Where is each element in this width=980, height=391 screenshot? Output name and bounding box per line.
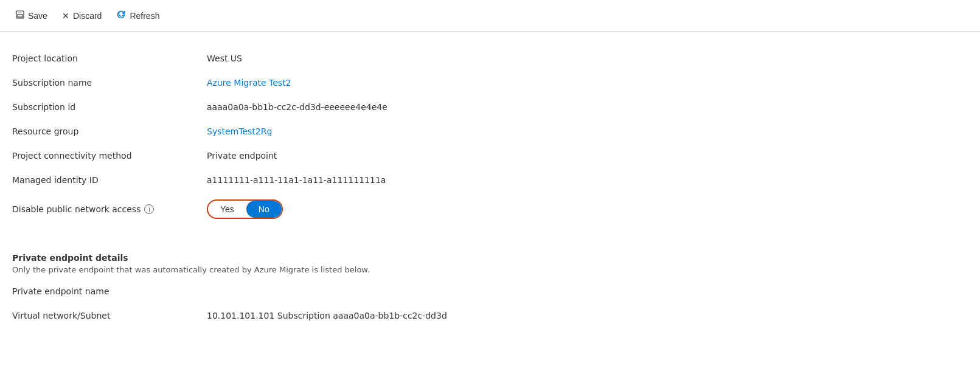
project-connectivity-label: Project connectivity method xyxy=(12,144,207,168)
managed-identity-label: Managed identity ID xyxy=(12,168,207,192)
toggle-group: Yes No xyxy=(207,199,283,219)
discard-button[interactable]: ✕ Discard xyxy=(56,7,108,24)
refresh-icon xyxy=(116,10,126,21)
subscription-id-label: Subscription id xyxy=(12,95,207,119)
resource-group-value[interactable]: SystemTest2Rg xyxy=(207,119,968,144)
discard-icon: ✕ xyxy=(62,11,69,21)
resource-group-label: Resource group xyxy=(12,119,207,144)
project-connectivity-value: Private endpoint xyxy=(207,144,968,168)
disable-public-value: Yes No xyxy=(207,192,968,226)
toggle-yes-button[interactable]: Yes xyxy=(208,201,246,218)
main-content: Project location West US Subscription na… xyxy=(0,32,980,342)
save-icon xyxy=(16,10,24,21)
save-button[interactable]: Save xyxy=(10,7,54,24)
svg-rect-2 xyxy=(18,15,23,17)
project-location-value: West US xyxy=(207,46,968,71)
private-endpoint-name-label: Private endpoint name xyxy=(12,279,207,303)
private-endpoint-name-value xyxy=(207,279,968,303)
managed-identity-value: a1111111-a111-11a1-1a11-a111111111a xyxy=(207,168,968,192)
toolbar: Save ✕ Discard Refresh xyxy=(0,0,980,32)
refresh-button[interactable]: Refresh xyxy=(110,6,165,25)
private-endpoint-subtitle: Only the private endpoint that was autom… xyxy=(12,265,968,274)
info-icon[interactable]: i xyxy=(144,204,154,214)
svg-rect-1 xyxy=(18,11,21,13)
refresh-label: Refresh xyxy=(130,11,159,21)
toggle-no-button[interactable]: No xyxy=(246,201,282,218)
subscription-id-value: aaaa0a0a-bb1b-cc2c-dd3d-eeeeee4e4e4e xyxy=(207,95,968,119)
subscription-name-value[interactable]: Azure Migrate Test2 xyxy=(207,71,968,95)
subscription-name-label: Subscription name xyxy=(12,71,207,95)
discard-label: Discard xyxy=(73,11,102,21)
save-label: Save xyxy=(28,11,47,21)
project-location-label: Project location xyxy=(12,46,207,71)
disable-public-label: Disable public network access i xyxy=(12,192,207,226)
properties-table: Project location West US Subscription na… xyxy=(12,46,968,328)
virtual-network-label: Virtual network/Subnet xyxy=(12,303,207,328)
private-endpoint-section: Private endpoint details Only the privat… xyxy=(12,238,968,279)
virtual-network-value: 10.101.101.101 Subscription aaaa0a0a-bb1… xyxy=(207,303,968,328)
private-endpoint-title: Private endpoint details xyxy=(12,253,968,263)
